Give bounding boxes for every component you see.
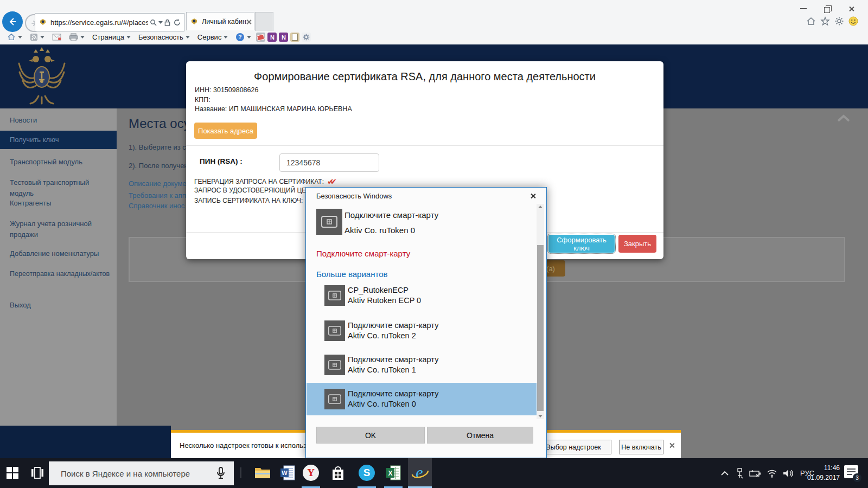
system-tray: РУС: [720, 458, 814, 488]
kpp-line: КПП:: [195, 96, 210, 104]
addon-onenote-send-icon[interactable]: N: [267, 33, 277, 42]
notification-close-button[interactable]: [669, 442, 675, 448]
date: 01.09.2017: [805, 473, 840, 483]
scroll-down-arrow[interactable]: [538, 415, 542, 418]
window-restore-button[interactable]: [820, 3, 834, 14]
sidebar-item-counterparties[interactable]: Контрагенты: [10, 198, 110, 209]
browser-tab[interactable]: Личный кабинет: [186, 12, 254, 30]
windows-security-dialog: Безопасность Windows Подключите смарт-ка…: [305, 187, 547, 458]
gear-icon[interactable]: [834, 16, 844, 26]
smartcard-icon: [324, 320, 345, 341]
taskbar-search-box[interactable]: Поиск в Яндексе и на компьютере: [49, 461, 234, 485]
address-bar[interactable]: https://service.egais.ru/#/places: [35, 13, 184, 31]
do-not-enable-button[interactable]: Не включать: [619, 440, 663, 454]
lock-icon: [164, 19, 170, 26]
task-view-button[interactable]: [28, 464, 47, 482]
search-dropdown-caret[interactable]: [158, 21, 163, 24]
mail-menu-button[interactable]: [49, 33, 64, 42]
more-options-link[interactable]: Больше вариантов: [316, 269, 387, 279]
close-modal-button[interactable]: Закрыть: [618, 235, 656, 253]
ie-taskbar-tile[interactable]: e: [408, 458, 432, 488]
generate-key-button[interactable]: Сформировать ключ: [548, 235, 615, 253]
smartcard-icon: [324, 285, 345, 306]
rss-menu-button[interactable]: [27, 32, 47, 42]
tray-chevron-up-icon[interactable]: [720, 471, 729, 476]
back-button[interactable]: [2, 11, 23, 32]
sidebar-item-news[interactable]: Новости: [10, 115, 110, 126]
windows-store-icon[interactable]: [329, 464, 347, 482]
pin-input[interactable]: [279, 153, 379, 172]
window-close-button[interactable]: [844, 3, 858, 14]
command-bar: Страница Безопасность Сервис ? N N: [0, 30, 868, 44]
page-footer-strip: [0, 426, 171, 458]
taskbar-separator: [240, 467, 241, 478]
notification-message: Несколько надстроек готовы к использова: [180, 441, 318, 450]
home-menu-button[interactable]: [4, 32, 25, 42]
chevron-up-icon[interactable]: [837, 114, 851, 123]
usb-icon[interactable]: [736, 468, 744, 479]
choose-addons-button[interactable]: Выбор надстроек: [535, 440, 611, 454]
security-menu[interactable]: Безопасность: [136, 32, 193, 42]
step-1-text: 1). Выберите из спи: [129, 143, 194, 151]
smartcard-icon: [324, 389, 345, 409]
notification-count-badge: 3: [853, 473, 861, 482]
sidebar-item-retail-journal[interactable]: Журнал учета розничной продажи: [10, 219, 97, 240]
sidebar-item-get-key[interactable]: Получить ключ: [0, 131, 117, 149]
smiley-icon[interactable]: [848, 16, 858, 26]
egais-eagle-logo: [14, 47, 69, 107]
taskbar-clock[interactable]: 11:46 01.09.2017: [805, 463, 840, 483]
word-icon[interactable]: W: [278, 464, 297, 482]
show-addresses-button[interactable]: Показать адреса: [194, 123, 257, 139]
addon-notebook-icon[interactable]: [290, 33, 299, 42]
scrollbar-thumb[interactable]: [537, 245, 544, 411]
dialog-scrollbar[interactable]: [537, 204, 544, 419]
sidebar-item-add-nomenclature[interactable]: Добавление номенклатуры: [10, 248, 110, 259]
url-text[interactable]: https://service.egais.ru/#/places: [50, 18, 148, 27]
task-view-icon: [31, 467, 44, 479]
new-tab-button[interactable]: [255, 12, 273, 31]
chrome-right-icons: [806, 16, 858, 26]
smartcard-icon: [324, 355, 345, 375]
tab-title: Личный кабинет: [202, 18, 246, 25]
addon-onenote-link-icon[interactable]: N: [279, 33, 288, 42]
security-option-rutoken-0-selected[interactable]: Подключите смарт-карту Aktiv Co. ruToken…: [307, 383, 538, 415]
security-dialog-close-button[interactable]: [527, 191, 539, 202]
print-menu-button[interactable]: [66, 32, 87, 42]
excel-icon[interactable]: X: [384, 464, 403, 482]
service-menu[interactable]: Сервис: [195, 32, 231, 42]
microphone-icon[interactable]: [216, 467, 225, 480]
sidebar-item-test-transport-module[interactable]: Тестовый транспортный модуль: [10, 177, 110, 199]
taskbar: Поиск в Яндексе и на компьютере W Y S X: [0, 458, 868, 488]
wifi-icon[interactable]: [767, 469, 777, 478]
page-menu[interactable]: Страница: [90, 32, 133, 42]
hardware-requirements-link[interactable]: Требования к апп: [129, 191, 186, 200]
star-icon[interactable]: [820, 16, 830, 26]
window-minimize-button[interactable]: [796, 3, 810, 14]
foreign-directory-link[interactable]: Справочник инос: [129, 202, 184, 210]
svg-text:?: ?: [239, 34, 242, 40]
file-explorer-icon[interactable]: [253, 464, 272, 482]
help-menu-button[interactable]: ?: [233, 31, 254, 43]
tab-close-button[interactable]: [246, 19, 251, 24]
battery-icon[interactable]: [749, 470, 761, 477]
refresh-icon[interactable]: [174, 19, 181, 26]
skype-icon[interactable]: S: [358, 464, 376, 482]
cancel-button[interactable]: Отмена: [427, 427, 533, 444]
ok-button[interactable]: OK: [316, 427, 425, 444]
sidebar-item-exit[interactable]: Выход: [10, 300, 110, 311]
search-icon[interactable]: [150, 19, 157, 26]
addon-card-icon[interactable]: [256, 33, 265, 42]
status-ca-request: ЗАПРОС В УДОСТОВЕРЯЮЩИЙ ЦЕНТ: [194, 187, 315, 194]
start-button[interactable]: [3, 464, 22, 482]
home-icon[interactable]: [806, 16, 816, 26]
sidebar-item-transport-module[interactable]: Транспортный модуль: [10, 157, 110, 168]
mail-icon: [52, 34, 61, 41]
speaker-icon[interactable]: [783, 469, 794, 478]
smartcard-icon: [316, 209, 342, 235]
addon-settings-gear-icon[interactable]: [302, 33, 311, 42]
sidebar-item-resend-invoices[interactable]: Переотправка накладных/актов: [10, 269, 110, 279]
tab-favicon: [190, 17, 199, 26]
yandex-browser-icon[interactable]: Y: [302, 464, 320, 482]
scroll-up-arrow[interactable]: [538, 206, 542, 208]
doc-description-link[interactable]: Описание докуме: [129, 179, 187, 188]
